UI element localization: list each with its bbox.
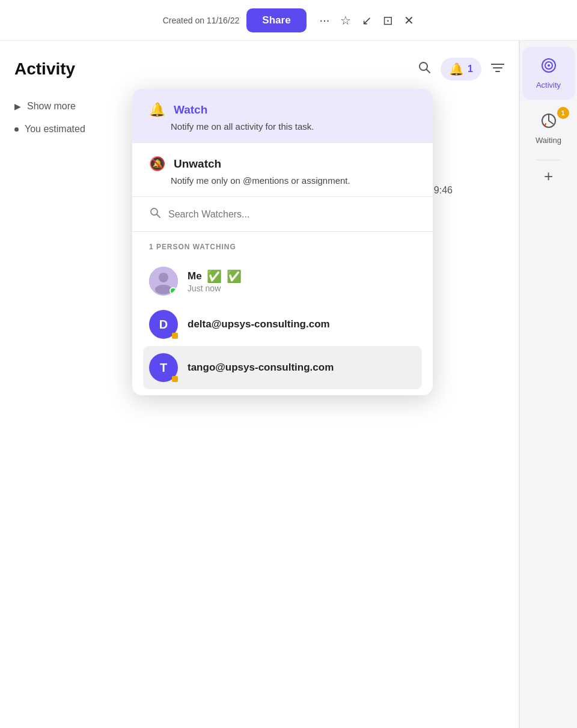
show-more-label: Show more	[27, 101, 76, 112]
bell-badge-button[interactable]: 🔔 1	[441, 58, 481, 80]
search-watchers-input[interactable]	[168, 209, 416, 220]
watcher-info-tango: tango@upsys-consulting.com	[188, 362, 416, 374]
watcher-item-tango[interactable]: T tango@upsys-consulting.com	[143, 346, 422, 389]
watch-option[interactable]: 🔔 Watch Notify me on all activity for th…	[132, 89, 433, 142]
sidebar-item-waiting[interactable]: 1 Waiting	[522, 102, 575, 155]
waiting-sidebar-label: Waiting	[536, 136, 561, 145]
unwatch-description: Notify me only on @mentions or assignmen…	[171, 175, 416, 186]
top-bar: Created on 11/16/22 Share ··· ☆ ↙ ⊡ ✕	[0, 0, 577, 41]
search-watchers-icon	[149, 207, 161, 222]
sidebar-item-activity[interactable]: Activity	[522, 47, 575, 100]
bell-icon: 🔔	[449, 62, 464, 76]
right-sidebar: Activity 1 Waiting +	[519, 41, 577, 728]
watchers-section: 1 PERSON WATCHING Me	[132, 232, 433, 395]
close-icon[interactable]: ✕	[404, 13, 414, 28]
activity-sidebar-icon	[541, 58, 557, 77]
you-estimated-label: You estimated	[25, 124, 85, 135]
unwatch-option-header: 🔕 Unwatch	[149, 156, 416, 172]
created-label: Created on 11/16/22	[163, 16, 240, 25]
watcher-info-delta: delta@upsys-consulting.com	[188, 318, 416, 330]
sidebar-divider	[537, 160, 561, 160]
svg-point-5	[151, 208, 157, 215]
avatar-me	[149, 267, 178, 296]
watch-bell-icon: 🔔	[149, 102, 165, 118]
watcher-name-row-me: Me ✅ ✅	[188, 269, 416, 284]
waiting-badge: 1	[557, 107, 569, 119]
more-icon[interactable]: ···	[320, 13, 330, 27]
watchers-label: 1 PERSON WATCHING	[149, 243, 416, 251]
share-button[interactable]: Share	[246, 8, 306, 32]
watch-dropdown: 🔔 Watch Notify me on all activity for th…	[132, 89, 433, 395]
svg-line-6	[157, 214, 160, 217]
online-dot	[169, 287, 177, 294]
watcher-time-me: Just now	[188, 284, 416, 293]
orange-square-tango	[172, 376, 178, 382]
svg-point-12	[548, 64, 550, 67]
search-icon[interactable]	[418, 61, 431, 77]
main-layout: Activity 🔔 1	[0, 41, 577, 728]
sidebar-add-button[interactable]: +	[538, 165, 560, 187]
watch-description: Notify me on all activity for this task.	[171, 121, 416, 132]
watcher-name-me: Me	[188, 270, 202, 282]
search-watchers-row	[132, 197, 433, 232]
check-teal-icon: ✅	[227, 269, 242, 284]
left-panel: Activity 🔔 1	[0, 41, 519, 728]
panel-header: Activity 🔔 1	[14, 58, 504, 80]
top-bar-icons: ··· ☆ ↙ ⊡ ✕	[320, 13, 415, 28]
watch-label: Watch	[174, 103, 207, 117]
layout-icon[interactable]: ⊡	[383, 13, 393, 28]
star-icon[interactable]: ☆	[340, 13, 351, 28]
orange-square-delta	[172, 333, 178, 339]
filter-icon-button[interactable]	[491, 61, 504, 77]
bullet-icon	[14, 127, 19, 132]
svg-point-8	[159, 273, 168, 282]
time-display: 9:46	[434, 185, 453, 196]
avatar-delta: D	[149, 310, 178, 339]
watcher-email-tango: tango@upsys-consulting.com	[188, 362, 334, 373]
watcher-item-me[interactable]: Me ✅ ✅ Just now	[149, 259, 416, 303]
unwatch-bell-icon: 🔕	[149, 156, 165, 172]
avatar-tango: T	[149, 353, 178, 382]
watcher-item-delta[interactable]: D delta@upsys-consulting.com	[149, 303, 416, 346]
check-pink-icon: ✅	[207, 269, 222, 284]
unwatch-option[interactable]: 🔕 Unwatch Notify me only on @mentions or…	[132, 143, 433, 196]
bell-count: 1	[468, 64, 473, 74]
watcher-email-delta: delta@upsys-consulting.com	[188, 318, 330, 330]
unwatch-label: Unwatch	[174, 157, 221, 171]
activity-sidebar-label: Activity	[536, 80, 561, 89]
page-title: Activity	[14, 59, 75, 79]
waiting-sidebar-icon	[541, 113, 557, 132]
chevron-right-icon: ▶	[14, 102, 21, 111]
watcher-info-me: Me ✅ ✅ Just now	[188, 269, 416, 293]
panel-header-icons: 🔔 1	[418, 58, 504, 80]
watch-option-header: 🔔 Watch	[149, 102, 416, 118]
download-icon[interactable]: ↙	[362, 13, 372, 28]
svg-line-1	[427, 70, 430, 73]
